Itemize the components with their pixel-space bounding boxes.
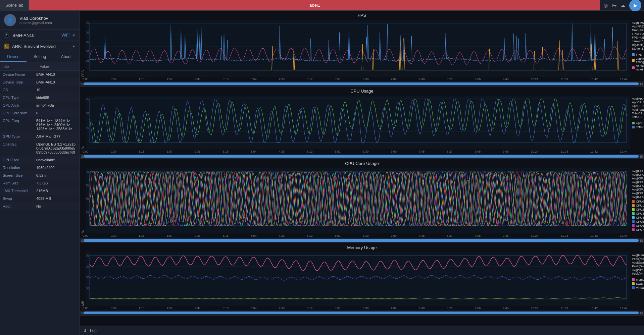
app-dropdown-arrow[interactable]: ▼ [72,45,76,48]
x-label: 4:33 [279,306,285,310]
scene-tab[interactable]: SceneTab [0,0,29,10]
x-label: 2:36 [195,306,201,310]
info-label: Device Name [3,72,36,76]
x-label: 5:51 [335,234,341,237]
info-table: Info Value Device NameBMH-AN10Device Typ… [0,62,80,335]
x-label: 1:57 [166,234,172,237]
legend-item: Jank(stutter timing) [632,57,644,64]
x-label: 5:12 [307,77,313,81]
memory-scrollbar-thumb[interactable] [84,312,639,314]
legend-item: CPU7 [632,228,644,231]
legend-dot [632,53,635,56]
x-label: 8:27 [447,150,453,153]
memory-scrollbar-track[interactable] [84,312,639,314]
log-label: Log [90,328,97,333]
x-label: 11:42 [590,150,598,153]
legend-item: CPU4 [632,216,644,219]
info-label: CPU Type [3,96,36,100]
legend-dot [632,122,635,124]
legend-dot [632,216,635,219]
x-label: 11:03 [560,150,568,153]
stat-item: Peak(VirtualMemory):9370MB [632,272,644,275]
legend-dot [632,204,635,207]
log-expand-icon[interactable]: ⬇ [83,328,87,333]
legend-label: CPU4 [636,216,644,219]
cpu-usage-scrollbar-thumb[interactable] [84,155,639,158]
fps-chart-container: FPS FPS Avg(FPS):28.2Var(FPS):7.46Drop(F… [80,11,644,87]
x-label: 6:30 [363,150,369,153]
cpu-core-scrollbar-track[interactable] [84,239,639,242]
x-label: 6:30 [363,234,369,237]
cpu-usage-scrollbar[interactable]: ⊡ ⊡ [80,154,644,159]
legend-label: FPS [636,53,642,56]
info-row: Ram Size7,3 GB [0,179,80,187]
x-label: 0:39 [110,234,116,237]
fps-scrollbar-thumb[interactable] [84,82,639,85]
x-label: 1:57 [166,150,172,153]
cpu-core-scrollbar-thumb[interactable] [84,239,639,242]
fps-stats: Avg(FPS):28.2Var(FPS):7.46Drop(FPS):52.7… [632,21,644,50]
x-label: 9:06 [475,234,481,237]
info-label: CPU Freq [3,119,36,131]
legend-label: CPU1 [636,204,644,207]
legend-dot [632,59,635,62]
device-dropdown-arrow[interactable]: ▼ [72,34,76,37]
user-section: 👤 Vlad Dorokhov qusaze@gmail.com [0,11,80,30]
fps-scrollbar-track[interactable] [84,82,639,85]
stat-item: Avg(FPS):28.2 [632,21,644,24]
tab-device[interactable]: Device [0,52,27,62]
legend-item: CPU6 [632,224,644,227]
stat-item: Avg(CPU6):35.0% [632,191,644,195]
cloud-icon[interactable]: ☁ [621,3,625,8]
app-name: ARK: Survival Evolved [12,44,69,49]
app-row[interactable]: 🦕 ARK: Survival Evolved ▼ [0,41,80,52]
x-label: 12:44 [620,234,628,237]
sidebar: 👤 Vlad Dorokhov qusaze@gmail.com 📱 BMH-A… [0,11,80,335]
cpu-usage-y-label: % [80,96,86,149]
memory-chart-container: Memory Usage MB Avg(Memory):1696.2MBPeak… [80,243,644,316]
x-label: 4:33 [279,234,285,237]
cpu-usage-scrollbar-track[interactable] [84,155,639,158]
stat-item: Var(FPS):7.46 [632,25,644,28]
x-label: 5:12 [307,150,313,153]
x-label: 2:36 [195,150,201,153]
info-label: CPU Arch [3,103,36,107]
stat-item: Stutter:1.29% [632,47,644,50]
stat-item: BigJank(/10min):24.4 [632,43,644,47]
info-row: GPU TypeARM Mali-G77 [0,133,80,141]
memory-y-label: MB [80,252,86,306]
tab-setting[interactable]: Setting [27,52,53,62]
legend-dot [632,220,635,223]
legend-dot [632,278,635,281]
info-label: OpenGL [3,142,36,154]
legend-label: CPU2 [636,208,644,211]
x-label: 5:51 [335,77,341,81]
cpu-core-scrollbar[interactable]: ⊡ ⊡ [80,238,644,243]
folder-icon[interactable]: 🗁 [612,3,616,8]
legend-label: CPU0 [636,200,644,203]
tab-about[interactable]: About [53,52,80,62]
stat-item: Jank(/10min):30.2 [632,40,644,43]
x-label: 0:39 [110,306,116,310]
stat-item: Avg(CPU1):34.6% [632,173,644,176]
x-label: 11:03 [560,234,568,237]
cpu-usage-title: CPU Usage [80,87,644,96]
device-row[interactable]: 📱 BMH-AN10 WiFi ▼ [0,30,80,41]
info-value: arm64-v8a [36,103,77,107]
play-button[interactable]: ▶ [629,0,641,11]
x-label: 3:15 [222,234,229,237]
x-label: 12:44 [620,306,628,310]
memory-canvas [86,252,630,306]
stat-item: Avg(AppCPU):22.7% [632,97,644,100]
fps-scrollbar[interactable]: ⊡ ⊡ [80,81,644,86]
info-value: No [36,204,77,208]
legend-item: CPU0 [632,200,644,203]
info-value: BMH-AN10 [36,80,77,84]
x-label: 10:24 [531,306,539,310]
x-label: 0:39 [110,150,116,153]
legend-label: CPU7 [636,228,644,231]
legend-item: Stutter(Stutter ratio) [632,64,644,71]
memory-scrollbar[interactable]: ⊡ ⊡ [80,311,644,315]
legend-item: CPU3 [632,212,644,215]
location-icon[interactable]: ◎ [604,3,608,8]
